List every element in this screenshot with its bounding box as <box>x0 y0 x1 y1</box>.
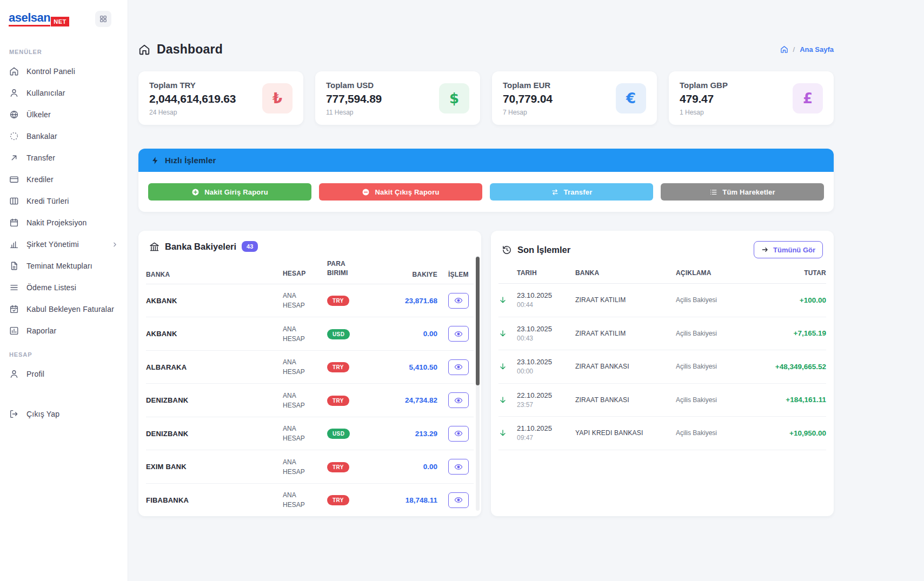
sidebar-item-profil[interactable]: Profil <box>0 363 128 385</box>
sidebar-item-kredi-turleri[interactable]: Kredi Türleri <box>0 190 128 212</box>
scrollbar-thumb[interactable] <box>476 257 480 385</box>
sidebar-item-sirket-yonetimi[interactable]: Şirket Yönetimi <box>0 233 128 255</box>
sidebar-item-label: Teminat Mektupları <box>26 262 92 270</box>
sidebar-item-nakit-projeksiyon[interactable]: Nakit Projeksiyon <box>0 212 128 233</box>
table-row: FIBABANKA ANA HESAP TRY 18,748.11 <box>146 484 474 516</box>
arrow-up-right-icon <box>9 153 19 163</box>
card-label: Toplam USD <box>326 81 382 90</box>
apps-grid-button[interactable] <box>95 11 111 27</box>
sidebar-item-ulkeler[interactable]: Ülkeler <box>0 104 128 125</box>
all-movements-button[interactable]: Tüm Hareketler <box>661 183 824 201</box>
currency-badge: TRY <box>327 462 349 472</box>
eye-icon <box>454 496 463 504</box>
view-account-button[interactable] <box>448 326 469 342</box>
view-account-button[interactable] <box>448 392 469 408</box>
bank-icon <box>9 131 19 141</box>
button-label: Tümünü Gör <box>773 246 815 254</box>
summary-card-try: Toplam TRY 2,044,614,619.63 24 Hesap ₺ <box>138 71 303 125</box>
sidebar-item-kontrol-paneli[interactable]: Kontrol Paneli <box>0 61 128 82</box>
view-account-button[interactable] <box>448 359 469 375</box>
recent-transactions-table: TARIH BANKA AÇIKLAMA TUTAR 23.10.202500:… <box>491 264 834 450</box>
card-subtext: 24 Hesap <box>149 109 236 116</box>
sidebar-item-teminat-mektuplari[interactable]: Teminat Mektupları <box>0 255 128 277</box>
sidebar-item-raporlar[interactable]: Raporlar <box>0 320 128 342</box>
arrow-down-icon <box>498 396 507 404</box>
panel-title: Banka Bakiyeleri <box>165 242 236 252</box>
arrow-down-icon <box>498 329 507 338</box>
eye-icon <box>454 429 463 438</box>
columns-icon <box>9 196 19 206</box>
currency-badge: TRY <box>327 362 349 372</box>
view-account-button[interactable] <box>448 426 469 442</box>
breadcrumb-home-icon[interactable] <box>780 45 788 54</box>
count-badge: 43 <box>242 241 258 252</box>
eye-icon <box>454 463 463 471</box>
sidebar-item-odeme-listesi[interactable]: Ödeme Listesi <box>0 277 128 298</box>
currency-badge: USD <box>327 329 350 339</box>
table-row: 23.10.202500:44 ZIRAAT KATILIM Açilis Ba… <box>498 284 826 317</box>
cash-out-report-button[interactable]: Nakit Çıkış Raporu <box>319 183 482 201</box>
sidebar-item-transfer[interactable]: Transfer <box>0 147 128 169</box>
column-header-action: İŞLEM <box>443 271 474 278</box>
sidebar-item-label: Transfer <box>26 153 55 162</box>
breadcrumb-current[interactable]: Ana Sayfa <box>800 45 834 54</box>
document-icon <box>9 261 19 271</box>
transfer-arrows-icon <box>551 188 559 196</box>
sidebar-item-label: Ülkeler <box>26 110 51 119</box>
table-header: TARIH BANKA AÇIKLAMA TUTAR <box>498 264 826 284</box>
cash-in-report-button[interactable]: Nakit Giriş Raporu <box>148 183 311 201</box>
report-chart-icon <box>9 326 19 336</box>
view-all-button[interactable]: Tümünü Gör <box>754 241 823 258</box>
page-header: Dashboard / Ana Sayfa <box>138 42 834 57</box>
calendar-icon <box>9 218 19 228</box>
recent-transactions-panel: Son İşlemler Tümünü Gör TARIH BANKA AÇIK… <box>491 231 834 516</box>
summary-card-eur: Toplam EUR 70,779.04 7 Hesap € <box>492 71 657 125</box>
button-label: Nakit Çıkış Raporu <box>375 188 439 196</box>
list-icon <box>709 188 717 196</box>
app-logo[interactable]: aselsan NET <box>9 12 69 26</box>
sidebar-account-nav: Profil Çıkış Yap <box>0 363 128 425</box>
user-icon <box>9 88 19 98</box>
eye-icon <box>454 396 463 405</box>
sidebar-item-label: Raporlar <box>26 326 56 335</box>
sidebar-section-hesap: HESAP <box>0 342 128 363</box>
recent-transactions-header: Son İşlemler Tümünü Gör <box>491 231 834 264</box>
view-account-button[interactable] <box>448 492 469 508</box>
card-value: 479.47 <box>680 92 728 105</box>
sidebar-item-label: Şirket Yönetimi <box>26 240 79 249</box>
arrow-down-icon <box>498 296 507 304</box>
scrollbar-track[interactable] <box>476 256 480 511</box>
bank-balances-panel: Banka Bakiyeleri 43 BANKA HESAP PARA BIR… <box>138 231 481 516</box>
currency-badge: TRY <box>327 495 349 505</box>
sidebar-item-label: Profil <box>26 370 44 378</box>
sidebar-item-bankalar[interactable]: Bankalar <box>0 125 128 147</box>
sidebar-item-krediler[interactable]: Krediler <box>0 169 128 190</box>
card-value: 777,594.89 <box>326 92 382 105</box>
quick-actions-panel: Hızlı İşlemler Nakit Giriş Raporu Nakit … <box>138 149 834 212</box>
sidebar-item-label: Çıkış Yap <box>26 410 59 418</box>
page-title: Dashboard <box>157 42 223 57</box>
card-subtext: 11 Hesap <box>326 109 382 116</box>
quick-actions-title: Hızlı İşlemler <box>165 156 216 165</box>
eye-icon <box>454 296 463 305</box>
bank-balances-table: BANKA HESAP PARA BIRIMI BAKIYE İŞLEM AKB… <box>138 257 481 516</box>
column-header-account: HESAP <box>283 269 327 278</box>
table-row: 21.10.202509:47 YAPI KREDI BANKASI Açili… <box>498 417 826 450</box>
minus-circle-icon <box>362 188 370 196</box>
summary-card-usd: Toplam USD 777,594.89 11 Hesap $ <box>315 71 480 125</box>
bank-balances-header: Banka Bakiyeleri 43 <box>138 231 481 257</box>
transfer-button[interactable]: Transfer <box>490 183 653 201</box>
currency-badge: TRY <box>327 296 349 306</box>
person-icon <box>9 369 19 379</box>
table-row: 23.10.202500:43 ZIRAAT KATILIM Açilis Ba… <box>498 317 826 351</box>
view-account-button[interactable] <box>448 459 469 475</box>
sidebar-item-kullanicilar[interactable]: Kullanıcılar <box>0 82 128 104</box>
summary-cards: Toplam TRY 2,044,614,619.63 24 Hesap ₺ T… <box>138 71 834 125</box>
arrow-right-icon <box>761 246 769 253</box>
view-account-button[interactable] <box>448 293 469 309</box>
sidebar-item-label: Nakit Projeksiyon <box>26 218 87 227</box>
sidebar-item-kabul-bekleyen-faturalar[interactable]: Kabul Bekleyen Faturalar <box>0 298 128 320</box>
panel-title: Son İşlemler <box>517 245 570 255</box>
sidebar-item-logout[interactable]: Çıkış Yap <box>0 403 128 425</box>
credit-card-icon <box>9 175 19 184</box>
